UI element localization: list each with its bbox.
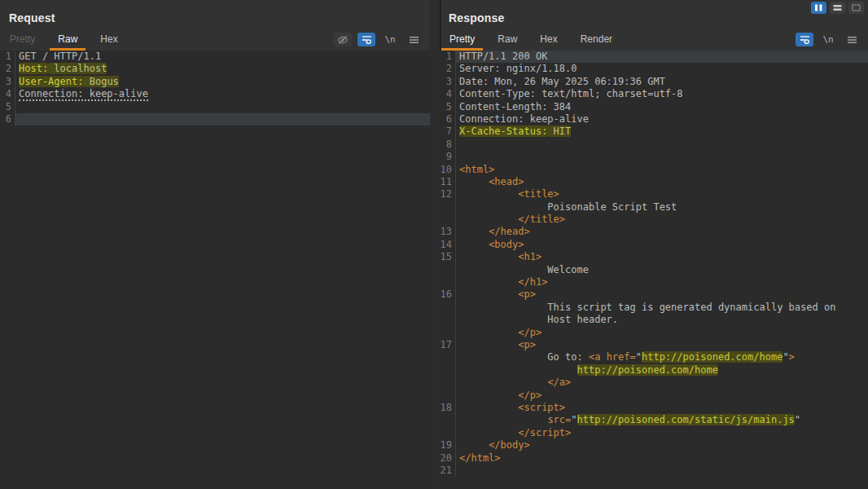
code-line-text[interactable]: </p> — [456, 327, 868, 339]
code-line: 7X-Cache-Status: HIT — [440, 126, 868, 138]
response-tab-render[interactable]: Render — [572, 29, 620, 51]
code-line-text[interactable]: http://poisoned.com/home — [456, 364, 868, 377]
code-line-text[interactable]: Date: Mon, 26 May 2025 06:19:36 GMT — [456, 76, 868, 88]
line-number: 13 — [440, 226, 456, 238]
menu-icon — [847, 36, 857, 44]
line-number: 11 — [440, 176, 456, 188]
word-wrap-icon — [800, 35, 810, 44]
line-number — [440, 214, 456, 226]
code-line-text[interactable]: X-Cache-Status: HIT — [456, 126, 868, 138]
code-line: </p> — [440, 327, 868, 339]
code-line-text[interactable] — [15, 113, 430, 126]
response-tab-pretty[interactable]: Pretty — [441, 29, 483, 51]
line-number: 1 — [0, 51, 15, 63]
code-line-text[interactable]: </title> — [456, 214, 868, 226]
tabs-layout-button[interactable] — [848, 2, 864, 14]
code-line-text[interactable] — [456, 139, 868, 151]
code-line-text[interactable]: src="http://poisoned.com/static/js/main.… — [456, 414, 868, 426]
line-number: 10 — [440, 164, 456, 176]
line-number: 20 — [440, 452, 456, 465]
line-number — [440, 327, 456, 339]
code-line-text[interactable]: Welcome — [456, 264, 868, 276]
code-line-text[interactable]: Connection: keep-alive — [456, 113, 868, 126]
request-panel: Request Pretty Raw Hex — [0, 0, 430, 489]
request-tab-pretty[interactable]: Pretty — [2, 29, 43, 51]
code-line-text[interactable]: <html> — [456, 164, 868, 176]
code-line: 20</html> — [440, 452, 868, 465]
code-line-text[interactable]: Connection: keep-alive — [15, 88, 430, 100]
newline-toggle[interactable]: \n — [819, 33, 837, 46]
code-line-text[interactable]: </p> — [456, 390, 868, 402]
code-line-text[interactable]: </a> — [456, 377, 868, 389]
code-line-text[interactable]: Content-Type: text/html; charset=utf-8 — [456, 88, 868, 100]
line-number: 6 — [440, 113, 456, 126]
code-line: Welcome — [440, 264, 868, 276]
response-editor[interactable]: 1HTTP/1.1 200 OK2Server: nginx/1.18.03Da… — [440, 51, 868, 489]
code-line-text[interactable]: HTTP/1.1 200 OK — [456, 51, 868, 63]
rows-layout-button[interactable] — [830, 2, 845, 14]
line-number: 1 — [440, 51, 456, 63]
code-line-text[interactable]: Content-Length: 384 — [456, 101, 868, 113]
code-line: src="http://poisoned.com/static/js/main.… — [440, 414, 868, 426]
code-line-text[interactable]: </script> — [456, 427, 868, 439]
hide-response-button[interactable] — [334, 33, 352, 46]
word-wrap-toggle[interactable] — [796, 33, 813, 46]
code-line-text[interactable]: User-Agent: Bogus — [15, 76, 430, 88]
code-line-text[interactable]: </body> — [456, 439, 868, 452]
code-line-text[interactable]: <script> — [456, 402, 868, 414]
code-line-text[interactable]: Server: nginx/1.18.0 — [456, 63, 868, 75]
code-line-text[interactable]: <p> — [456, 289, 868, 301]
request-menu-button[interactable] — [405, 33, 423, 46]
code-line-text[interactable]: Go to: <a href="http://poisoned.com/home… — [456, 351, 868, 363]
line-number: 16 — [440, 289, 456, 301]
code-line: http://poisoned.com/home — [440, 364, 868, 377]
response-menu-button[interactable] — [843, 33, 861, 46]
response-tab-raw[interactable]: Raw — [489, 29, 525, 51]
code-line: 21 — [440, 465, 868, 477]
line-number: 9 — [440, 151, 456, 163]
code-line-text[interactable]: <body> — [456, 239, 868, 251]
code-line-text[interactable]: </head> — [456, 226, 868, 238]
code-line: 17 <p> — [440, 339, 868, 351]
code-line-text[interactable]: <head> — [456, 176, 868, 188]
request-editor[interactable]: 1GET / HTTP/1.12Host: localhost3User-Age… — [0, 51, 430, 489]
response-tab-hex[interactable]: Hex — [532, 29, 565, 51]
code-line: This script tag is generated dynamically… — [440, 302, 868, 314]
code-line: 15 <h1> — [440, 251, 868, 263]
code-line-text[interactable]: Host: localhost — [15, 63, 430, 75]
code-line: 14 <body> — [440, 239, 868, 251]
line-number — [440, 377, 456, 389]
line-number — [440, 364, 456, 377]
code-line-text[interactable] — [456, 465, 868, 477]
code-line-text[interactable]: GET / HTTP/1.1 — [15, 51, 430, 63]
code-line: 16 <p> — [440, 289, 868, 301]
code-line: </title> — [440, 214, 868, 226]
code-line-text[interactable]: <title> — [456, 188, 868, 200]
code-line-text[interactable]: <p> — [456, 339, 868, 351]
code-line: Poisonable Script Test — [440, 201, 868, 214]
burp-message-editor-window: Request Pretty Raw Hex — [0, 0, 868, 489]
code-line-text[interactable]: <h1> — [456, 251, 868, 263]
request-tab-raw[interactable]: Raw — [50, 29, 85, 51]
line-number — [440, 264, 456, 276]
code-line-text[interactable]: </html> — [456, 452, 868, 465]
line-number — [440, 390, 456, 402]
code-line-text[interactable] — [456, 151, 868, 163]
line-number: 15 — [440, 251, 456, 263]
request-title: Request — [9, 11, 55, 24]
columns-layout-button[interactable] — [811, 2, 826, 14]
code-line-text[interactable]: This script tag is generated dynamically… — [456, 302, 868, 314]
code-line-text[interactable]: Poisonable Script Test — [456, 201, 868, 214]
request-tab-hex[interactable]: Hex — [92, 29, 125, 51]
request-tabs: Pretty Raw Hex — [0, 29, 430, 51]
line-number — [440, 414, 456, 426]
newline-toggle[interactable]: \n — [381, 33, 399, 46]
code-line-text[interactable]: Host header. — [456, 314, 868, 326]
menu-icon — [409, 36, 419, 44]
response-toolbar: \n — [796, 29, 868, 51]
code-line-text[interactable] — [15, 101, 430, 113]
word-wrap-toggle[interactable] — [357, 33, 375, 46]
code-line-text[interactable]: </h1> — [456, 276, 868, 289]
response-title: Response — [449, 11, 505, 24]
code-line: </script> — [440, 427, 868, 439]
